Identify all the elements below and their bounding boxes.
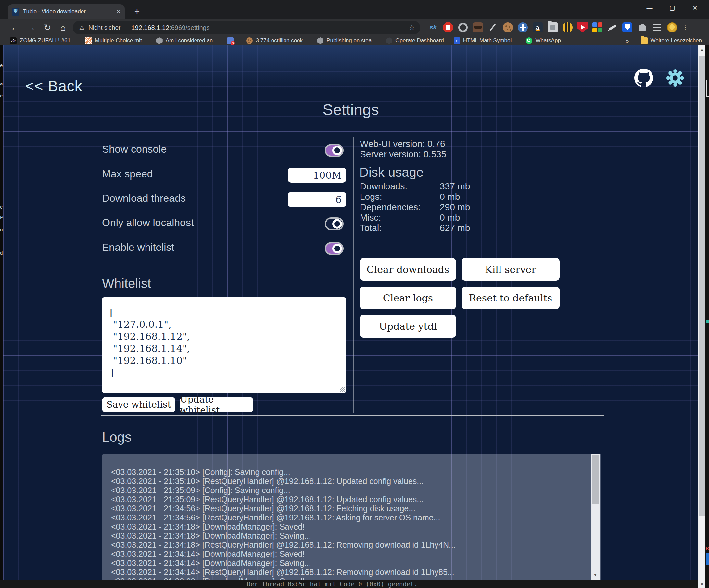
webui-version: Web-UI version: 0.76 [360,139,445,149]
log-line: <03.03.2021 - 21:35:10> [Config]: Saving… [111,467,588,477]
log-line: <03.03.2021 - 21:35:10> [RestQueryHandle… [111,477,588,486]
section-divider [101,415,604,416]
download-threads-input[interactable] [288,192,346,207]
only-localhost-label: Only allow localhost [102,217,194,229]
blue-cross-icon[interactable] [518,22,528,32]
page-scroll-down-icon[interactable]: ▼ [698,582,705,587]
enable-whitelist-toggle[interactable] [325,242,344,255]
bitwarden-shield-icon[interactable] [622,22,632,32]
sk-extension-icon[interactable]: sk [428,22,438,32]
disk-row-label: Dependencies: [360,202,421,212]
bookmark-item[interactable]: z0r ZOMG ZUFALL! #61... [10,37,75,44]
save-whitelist-button[interactable]: Save whitelist [102,397,175,412]
bookmark-item[interactable]: 3 [227,37,236,44]
show-console-toggle[interactable] [325,144,344,157]
download-threads-label: Download threads [102,192,186,204]
settings-gear-icon[interactable] [665,68,685,88]
window-close-button[interactable]: ✕ [686,3,704,14]
logs-panel[interactable]: <03.03.2021 - 21:35:10> [Config]: Saving… [102,454,602,580]
gray-ring-icon[interactable] [458,23,468,32]
extensions-row: sk a ⋮ [428,20,688,34]
textarea-resize-handle[interactable] [340,387,345,392]
logs-scrollbar-thumb[interactable] [592,455,599,504]
bookmark-item[interactable]: WhatsApp [526,37,560,44]
pen-icon[interactable] [488,22,498,32]
stop-hand-adblocker-icon[interactable] [443,22,453,32]
log-line: <03.03.2021 - 21:34:18> [RestQueryHandle… [111,540,588,549]
download-folder-icon[interactable] [548,22,558,32]
whitelist-textarea[interactable]: [ "127.0.0.1", "192.168.1.12", "192.168.… [102,297,346,393]
show-console-label: Show console [102,143,166,155]
bookmark-item[interactable]: Operate Dashboard [386,37,444,44]
server-version: Server version: 0.535 [360,149,446,159]
update-ytdl-button[interactable]: Update ytdl [360,315,456,337]
window-maximize-button[interactable]: ▢ [663,3,681,14]
tab-title: Tubio - Video downloader [23,8,114,15]
max-speed-input[interactable] [288,168,346,183]
forward-nav-icon[interactable]: → [25,21,38,34]
bookmark-item[interactable]: Am i considered an... [156,37,218,44]
bookmark-item[interactable]: Multiple-Choice mit... [85,37,147,44]
syringe-icon[interactable] [607,22,618,32]
disk-row-value: 0 mb [440,212,460,223]
bookmarks-overflow-icon[interactable]: » [625,37,629,45]
bookmark-item[interactable]: Publishing on stea... [317,37,376,44]
log-line: <03.03.2021 - 21:30:00> [DownloadManager… [111,577,588,580]
other-bookmarks-label: Weitere Lesezeichen [651,37,702,44]
disk-row-label: Misc: [360,212,381,223]
bookmark-star-icon[interactable]: ☆ [409,23,415,32]
page-scrollbar-thumb[interactable] [699,56,705,516]
playlist-icon[interactable] [652,22,662,32]
back-nav-icon[interactable]: ← [8,21,21,34]
bookmark-label: 3.774 octillion cook... [256,37,307,44]
column-divider [353,137,354,413]
security-label: Nicht sicher [88,24,121,31]
bookmark-label: Publishing on stea... [326,37,376,44]
console-output-text: Der Thread 0xb5c hat mit Code 0 (0x0) ge… [247,581,418,588]
log-line: <03.03.2021 - 21:35:09> [RestQueryHandle… [111,495,588,504]
disk-row-label: Logs: [360,192,382,202]
background-window-right-edge: R [705,46,709,588]
update-whitelist-button[interactable]: Update whitelist [180,397,253,412]
not-secure-warning-icon[interactable]: ⚠ [79,24,84,31]
other-bookmarks-folder[interactable]: Weitere Lesezeichen [641,37,702,44]
url-host: 192.168.1.12 [131,24,169,31]
browser-tab[interactable]: Ψ Tubio - Video downloader ✕ [8,4,125,19]
background-console-window: Der Thread 0xb5c hat mit Code 0 (0x0) ge… [0,580,698,588]
amazon-icon[interactable]: a [533,22,543,32]
back-link[interactable]: << Back [25,77,82,95]
new-tab-button[interactable]: + [131,6,143,18]
logs-scroll-down-icon[interactable]: ▼ [591,572,600,577]
red-shield-play-icon[interactable] [577,22,587,32]
disk-usage-heading: Disk usage [359,165,423,180]
privacy-mask-icon[interactable] [473,22,483,32]
clear-downloads-button[interactable]: Clear downloads [360,258,456,281]
kill-server-button[interactable]: Kill server [462,258,559,281]
log-line: <03.03.2021 - 21:34:18> [DownloadManager… [111,531,588,540]
address-bar[interactable]: ⚠ Nicht sicher 192.168.1.12 :6969/settin… [73,21,420,34]
gold-coins-avatar-icon[interactable] [667,22,677,32]
reload-icon[interactable]: ↻ [41,21,54,34]
tubio-favicon-icon: Ψ [12,8,19,16]
browser-menu-icon[interactable]: ⋮ [682,22,688,32]
clear-logs-button[interactable]: Clear logs [360,286,456,309]
cookie-icon[interactable] [503,22,513,32]
bookmark-label: WhatsApp [535,37,560,44]
github-icon[interactable] [634,69,653,87]
tab-close-icon[interactable]: ✕ [116,8,121,15]
home-icon[interactable]: ⌂ [56,21,70,34]
logs-heading: Logs [102,430,132,445]
only-localhost-toggle[interactable] [325,217,344,230]
log-line: <03.03.2021 - 21:34:14> [DownloadManager… [111,558,588,567]
bee-icon[interactable] [562,22,573,32]
window-minimize-button[interactable]: — [640,3,659,14]
disk-row-value: 337 mb [440,181,470,192]
reset-defaults-button[interactable]: Reset to defaults [462,286,559,309]
url-path: :6969/settings [169,24,409,31]
bookmark-item[interactable]: HTML Math Symbol... [454,37,517,44]
bookmark-item[interactable]: 3.774 octillion cook... [246,37,307,44]
page-scroll-up-icon[interactable]: ▲ [698,47,705,52]
whitelist-heading: Whitelist [102,276,151,291]
google-icon[interactable] [593,22,602,32]
puzzle-extension-icon[interactable] [637,22,647,32]
